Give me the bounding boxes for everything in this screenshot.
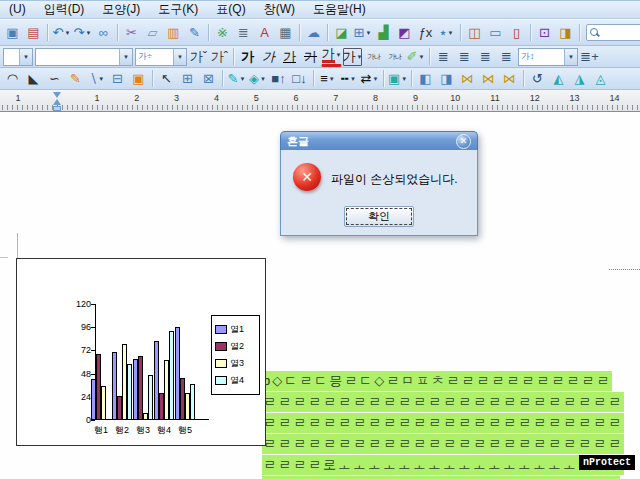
font-color-button[interactable]: 가▼ <box>321 47 342 67</box>
align-left-button[interactable]: ≣ <box>454 47 475 67</box>
text-art-button[interactable]: ◩ <box>394 23 415 43</box>
dropdown-arrow-icon[interactable]: ▼ <box>19 49 32 65</box>
copy-page-button[interactable]: ▭ <box>485 23 506 43</box>
bring-forward-button[interactable]: ■↑ <box>268 69 289 89</box>
text-line[interactable]: ㄹㄹㄹㄹㄹㄹㄹㄹㄹㄹㄹㄹㄹㄹㄹㄹㄹㄹㄹㄹㄹㄹㄹㄹ <box>262 391 622 412</box>
cut-button[interactable]: ✂ <box>121 23 142 43</box>
line-style-button[interactable]: ╍▼ <box>338 69 359 89</box>
send-to-back-button[interactable]: ◨ <box>436 69 457 89</box>
dropdown-arrow-icon[interactable]: ▼ <box>173 49 186 65</box>
rotate-button[interactable]: ↺ <box>527 69 548 89</box>
special-char-button[interactable]: ٭▼ <box>436 23 457 43</box>
dropdown-arrow-icon[interactable]: ▼ <box>357 54 363 60</box>
strikethrough-button[interactable]: 가 <box>300 47 321 67</box>
chart-object[interactable]: 열1열2열3열4 024487296120행1행2행3행4행5 <box>16 258 266 446</box>
italic-button[interactable]: 가 <box>258 47 279 67</box>
dropdown-arrow-icon[interactable]: ▼ <box>239 76 245 82</box>
quick-search-input[interactable] <box>600 27 640 38</box>
pdf-save-button[interactable]: ▤ <box>23 23 44 43</box>
bold-button[interactable]: 가 <box>237 47 258 67</box>
select-object-button[interactable]: ↖ <box>156 69 177 89</box>
dropdown-arrow-icon[interactable]: ▼ <box>372 76 378 82</box>
dropdown-arrow-icon[interactable]: ▼ <box>85 30 91 36</box>
dropdown-arrow-icon[interactable]: ▼ <box>350 76 356 82</box>
font-size-combo[interactable]: 가÷▼ <box>135 48 187 66</box>
align-justify-button[interactable]: ≣ <box>433 47 454 67</box>
menu-item-4[interactable]: 표(Q) <box>207 0 254 20</box>
hyperlink-button[interactable]: ☁ <box>303 23 324 43</box>
narrow-spacing-button[interactable]: 가나 <box>363 47 384 67</box>
sort-button[interactable]: A <box>254 23 275 43</box>
widen-spacing-button[interactable]: 가나 <box>384 47 405 67</box>
text-line[interactable]: b◇ㄷㄹㄷ믕ㄹㄷ◇ㄹㅁㅍㅊㄹㄹㄹㄹㄹㄹㄹㄹㄹㄹㄹ <box>262 370 622 391</box>
text-box-button[interactable]: ⊟ <box>107 69 128 89</box>
font-combo[interactable]: ▼ <box>35 48 133 66</box>
close-icon[interactable]: ✕ <box>456 134 471 149</box>
header-footer-button[interactable]: ◫ <box>464 23 485 43</box>
insert-chart-button[interactable]: ▟ <box>373 23 394 43</box>
connector-tool-button[interactable]: ∖▼ <box>86 69 107 89</box>
text-line[interactable]: ㄹㄹㄹㄹㄹㄹㄹㄹㄹㄹㄹㄹㄹㄹㄹㄹㄹㄹㄹㄹㄹㄹㄹㄹ <box>262 412 622 433</box>
presentation-button[interactable]: ⊡ <box>534 23 555 43</box>
menu-item-0[interactable]: (U) <box>0 1 35 18</box>
insert-table-button[interactable]: ⊞▼ <box>352 23 373 43</box>
char-shade-button[interactable]: 가▼ <box>342 47 363 67</box>
document-text[interactable]: b◇ㄷㄹㄷ믕ㄹㄷ◇ㄹㅁㅍㅊㄹㄹㄹㄹㄹㄹㄹㄹㄹㄹㄹㄹㄹㄹㄹㄹㄹㄹㄹㄹㄹㄹㄹㄹㄹㄹㄹ… <box>262 370 622 479</box>
menu-item-6[interactable]: 도움말(H) <box>304 0 375 20</box>
style-combo[interactable]: ▼ <box>3 48 33 66</box>
line-spacing-combo[interactable]: 가↕▼ <box>518 48 578 66</box>
align-objects-button-1[interactable]: ⋈ <box>457 69 478 89</box>
paste-button[interactable]: ▥ <box>163 23 184 43</box>
formula-button[interactable]: ƒx <box>415 23 436 43</box>
fill-color-button[interactable]: ◈▼ <box>247 69 268 89</box>
dropdown-arrow-icon[interactable]: ▼ <box>448 30 454 36</box>
page-border-button[interactable]: ▯ <box>506 23 527 43</box>
text-line[interactable]: ㅗㅗㅗㅗㅗㅗㅓㅏㅣfdsafdsㅂㅂㅂㅂㅂㅂㅂㅂㅂㅂㅂ <box>262 475 622 479</box>
curve-tool-button[interactable]: ∽ <box>44 69 65 89</box>
standard-view-button[interactable]: ▣ <box>2 23 23 43</box>
spell-check-button[interactable]: ※ <box>212 23 233 43</box>
dropdown-arrow-icon[interactable]: ▼ <box>401 76 407 82</box>
text-line[interactable]: ㄹㄹㄹㄹ로ㅗㅗㅗㅗㅗㅗㅗㅗㅗㅗㅗㅗㅗㅗㅗㅗㅗㅗㅗ <box>262 454 622 475</box>
dropdown-arrow-icon[interactable]: ▼ <box>260 76 266 82</box>
dropdown-arrow-icon[interactable]: ▼ <box>98 76 104 82</box>
send-backward-button[interactable]: □↓ <box>289 69 310 89</box>
undo-button[interactable]: ↶▼ <box>51 23 72 43</box>
mirror-button[interactable]: ◬ <box>590 69 611 89</box>
align-center-button[interactable]: ≣ <box>475 47 496 67</box>
menu-item-3[interactable]: 도구(K) <box>149 0 207 20</box>
indent-marker[interactable] <box>53 92 62 111</box>
ungroup-button[interactable]: ⊠ <box>198 69 219 89</box>
group-button[interactable]: ⊞ <box>177 69 198 89</box>
arc-tool-button[interactable]: ◠ <box>2 69 23 89</box>
freeform-pen-button[interactable]: ✎ <box>65 69 86 89</box>
dropdown-arrow-icon[interactable]: ▼ <box>418 54 424 60</box>
line-color-button[interactable]: ✎▼ <box>226 69 247 89</box>
text-line[interactable]: ㄹㄹㄹㄹㄹㄹㄹㄹㄹㄹㄹㄹㄹㄹㄹㄹㄹㄹㄹㄹㄹㄹㄹㄹ <box>262 433 622 454</box>
flip-horizontal-button[interactable]: ◭ <box>548 69 569 89</box>
quick-correct-button[interactable]: ≣ <box>233 23 254 43</box>
frame-button[interactable]: ▣ <box>128 69 149 89</box>
shape-properties-button[interactable]: ▣▼ <box>387 69 408 89</box>
dropdown-arrow-icon[interactable]: ▼ <box>329 76 335 82</box>
highlighter-button[interactable]: ✐▼ <box>405 47 426 67</box>
dropdown-arrow-icon[interactable]: ▼ <box>336 53 342 58</box>
dropdown-arrow-icon[interactable]: ▼ <box>64 30 70 36</box>
menu-item-2[interactable]: 모양(J) <box>93 0 149 20</box>
find-button[interactable]: ∞ <box>93 23 114 43</box>
insert-picture-button[interactable]: ◪ <box>331 23 352 43</box>
copy-button[interactable]: ▱ <box>142 23 163 43</box>
help-book-button[interactable]: ◨ <box>555 23 576 43</box>
columns-button[interactable]: ▦ <box>275 23 296 43</box>
bring-to-front-button[interactable]: ◧ <box>415 69 436 89</box>
align-right-button[interactable]: ≣ <box>496 47 517 67</box>
dropdown-arrow-icon[interactable]: ▼ <box>564 49 577 65</box>
menu-item-5[interactable]: 창(W) <box>255 0 304 20</box>
redo-button[interactable]: ↷▼ <box>72 23 93 43</box>
grow-font-button[interactable]: 가ˆ <box>209 47 230 67</box>
format-painter-button[interactable]: ✎ <box>184 23 205 43</box>
line-width-button[interactable]: ≡▼ <box>317 69 338 89</box>
dropdown-arrow-icon[interactable]: ▼ <box>119 49 132 65</box>
dialog-title-bar[interactable]: 혼글 ✕ <box>280 131 478 150</box>
arrow-style-button[interactable]: ⇄▼ <box>359 69 380 89</box>
